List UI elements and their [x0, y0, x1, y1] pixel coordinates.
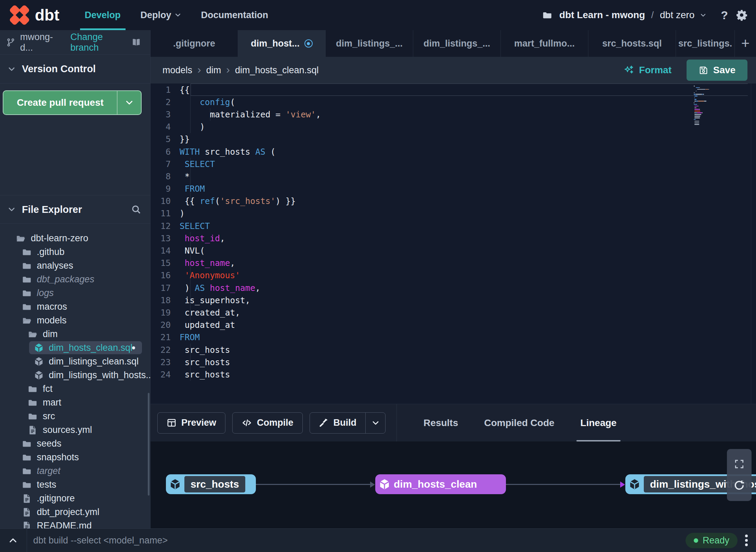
- fullscreen-button[interactable]: [734, 459, 745, 470]
- editor-tab[interactable]: dim_host...: [238, 30, 326, 57]
- code-line[interactable]: 24 src_hosts: [151, 368, 756, 381]
- tree-item-macros[interactable]: macros: [0, 300, 150, 313]
- unsaved-indicator-icon: [304, 39, 313, 48]
- nav-item-deploy[interactable]: Deploy: [141, 0, 181, 30]
- compile-button[interactable]: Compile: [232, 412, 303, 434]
- line-number: 4: [151, 122, 180, 132]
- line-number: 24: [151, 370, 180, 380]
- code-line[interactable]: 21 FROM: [151, 331, 756, 344]
- create-pull-request-button[interactable]: Create pull request: [3, 90, 142, 115]
- editor-tab[interactable]: src_hosts.sql: [588, 30, 676, 57]
- save-button[interactable]: Save: [687, 60, 747, 81]
- tree-item-target[interactable]: target: [0, 464, 150, 478]
- code-line[interactable]: 7 SELECT: [151, 158, 756, 170]
- code-line[interactable]: 5 }}: [151, 133, 756, 145]
- file-explorer-header[interactable]: File Explorer: [0, 195, 150, 224]
- lineage-canvas[interactable]: src_hosts dim_hosts_clean dim_listings_w…: [151, 441, 756, 528]
- project-name[interactable]: dbt Learn - mwong: [559, 10, 645, 21]
- code-line[interactable]: 6 WITH src_hosts AS (: [151, 145, 756, 158]
- refresh-lineage-button[interactable]: [733, 479, 745, 491]
- dbt-logo-icon[interactable]: [10, 5, 29, 25]
- expand-command-bar-button[interactable]: [8, 536, 18, 545]
- build-button[interactable]: Build: [310, 412, 386, 434]
- change-branch-link[interactable]: Change branch: [70, 32, 127, 53]
- line-number: 1: [151, 85, 180, 95]
- docs-book-icon[interactable]: [131, 37, 141, 48]
- code-line[interactable]: 14 NVL(: [151, 244, 756, 257]
- command-input[interactable]: [27, 535, 686, 546]
- tree-item-dbt-learn-zero[interactable]: dbt-learn-zero: [0, 231, 150, 245]
- new-tab-button[interactable]: +: [735, 30, 756, 57]
- code-line[interactable]: 22 src_hosts: [151, 344, 756, 356]
- code-line[interactable]: 19 created_at,: [151, 306, 756, 319]
- code-line[interactable]: 4 ): [151, 121, 756, 133]
- tree-item-dbt-project-yml[interactable]: dbt_project.yml: [0, 505, 150, 519]
- tree-item-snapshots[interactable]: snapshots: [0, 450, 150, 464]
- tree-item-dim-listings-clean-sql[interactable]: dim_listings_clean.sql: [0, 355, 150, 368]
- version-control-header[interactable]: Version Control: [0, 55, 150, 84]
- nav-item-documentation[interactable]: Documentation: [201, 0, 269, 30]
- tree-item--github[interactable]: .github: [0, 245, 150, 259]
- editor-tab[interactable]: mart_fullmo...: [501, 30, 588, 57]
- bottom-panel-bar: Preview Compile Build R: [151, 404, 756, 441]
- code-line[interactable]: 20 updated_at: [151, 319, 756, 331]
- project-environment[interactable]: dbt zero: [660, 10, 694, 21]
- format-button[interactable]: Format: [624, 65, 672, 76]
- tree-item-dim-hosts-clean-sql[interactable]: dim_hosts_clean.sql: [0, 341, 150, 355]
- tree-item--gitignore[interactable]: .gitignore: [0, 491, 150, 505]
- code-line[interactable]: 8 *: [151, 170, 756, 182]
- lineage-node-src-hosts[interactable]: src_hosts: [166, 474, 256, 494]
- tree-item-analyses[interactable]: analyses: [0, 259, 150, 272]
- tree-item-readme-md[interactable]: README.md: [0, 519, 150, 528]
- gear-icon[interactable]: [735, 9, 748, 21]
- tree-item-fct[interactable]: fct: [0, 382, 150, 396]
- tree-item-seeds[interactable]: seeds: [0, 437, 150, 450]
- code-line[interactable]: 17 ) AS host_name,: [151, 282, 756, 294]
- tree-item-dbt-packages[interactable]: dbt_packages: [0, 272, 150, 286]
- tree-item-dim-listings-with-hosts-[interactable]: dim_listings_with_hosts...: [0, 368, 150, 382]
- chevron-down-icon[interactable]: [700, 12, 706, 18]
- code-line[interactable]: 9 FROM: [151, 183, 756, 195]
- tree-item-dim[interactable]: dim: [0, 327, 150, 341]
- editor-tab[interactable]: .gitignore: [151, 30, 238, 57]
- code-line[interactable]: 16 'Anonymous': [151, 269, 756, 282]
- result-tab-results[interactable]: Results: [410, 404, 471, 441]
- code-editor[interactable]: 1 {{ 2 config( 3 materialized = 'view', …: [151, 84, 756, 404]
- code-line[interactable]: 23 src_hosts: [151, 356, 756, 368]
- create-pr-dropdown[interactable]: [117, 91, 141, 114]
- lineage-node-dim-hosts-clean[interactable]: dim_hosts_clean: [375, 474, 506, 494]
- tree-item-sources-yml[interactable]: sources.yml: [0, 423, 150, 437]
- nav-item-develop[interactable]: Develop: [85, 0, 121, 30]
- tree-item-src[interactable]: src: [0, 409, 150, 423]
- tree-item-mart[interactable]: mart: [0, 396, 150, 409]
- breadcrumb-item[interactable]: models: [162, 65, 192, 76]
- code-line[interactable]: 1 {{: [151, 84, 756, 96]
- code-line[interactable]: 2 config(: [151, 96, 756, 108]
- code-line[interactable]: 3 materialized = 'view',: [151, 108, 756, 120]
- code-line[interactable]: 11 ): [151, 207, 756, 220]
- breadcrumb-item[interactable]: dim_hosts_clean.sql: [235, 65, 319, 76]
- search-icon[interactable]: [131, 204, 141, 215]
- code-line[interactable]: 15 host_name,: [151, 257, 756, 269]
- tree-item-logs[interactable]: logs: [0, 286, 150, 300]
- build-dropdown[interactable]: [365, 413, 385, 433]
- editor-scrollbar-track[interactable]: [751, 84, 751, 404]
- preview-button[interactable]: Preview: [157, 412, 225, 434]
- overflow-menu-button[interactable]: [745, 535, 748, 546]
- code-line[interactable]: 12 SELECT: [151, 220, 756, 232]
- code-line[interactable]: 18 is_superhost,: [151, 294, 756, 306]
- editor-tab[interactable]: dim_listings_...: [326, 30, 413, 57]
- result-tab-compiled-code[interactable]: Compiled Code: [471, 404, 567, 441]
- line-number: 19: [151, 308, 180, 318]
- editor-minimap[interactable]: [694, 86, 716, 126]
- editor-tab[interactable]: dim_listings_...: [413, 30, 501, 57]
- breadcrumb-item[interactable]: dim: [206, 65, 221, 76]
- code-line[interactable]: 10 {{ ref('src_hosts') }}: [151, 195, 756, 207]
- editor-tab[interactable]: src_listings.: [676, 30, 735, 57]
- tree-item-models[interactable]: models: [0, 313, 150, 327]
- result-tab-lineage[interactable]: Lineage: [568, 404, 630, 441]
- sidebar-scrollbar[interactable]: [148, 393, 149, 496]
- tree-item-tests[interactable]: tests: [0, 478, 150, 491]
- help-icon[interactable]: ?: [721, 9, 728, 22]
- code-line[interactable]: 13 host_id,: [151, 232, 756, 244]
